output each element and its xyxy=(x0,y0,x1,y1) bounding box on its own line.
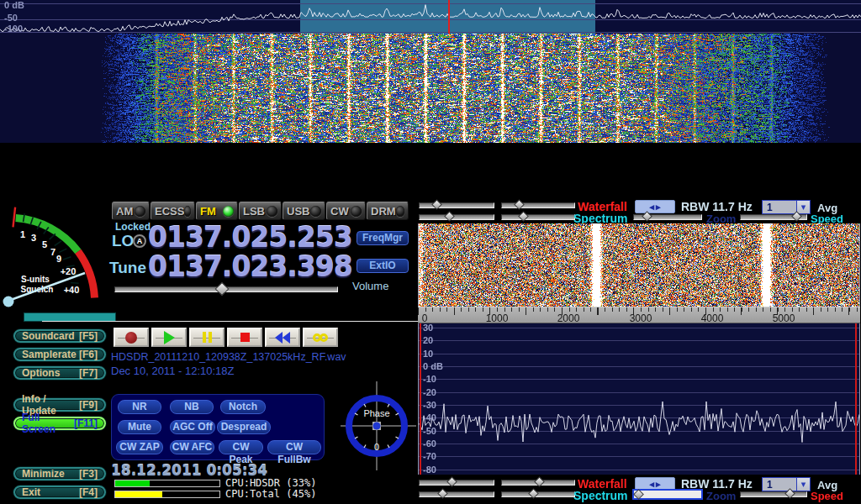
cpu-hdsdr-fill xyxy=(115,480,150,486)
stop-icon xyxy=(240,333,250,342)
fullscreen-button[interactable]: Full Screen[F11] xyxy=(13,417,106,430)
cw-fullbw-button[interactable]: CW FullBw xyxy=(267,440,321,454)
speed-slider-bottom[interactable] xyxy=(740,491,807,497)
cpu-total-bar xyxy=(114,491,220,498)
smeter-tick-1: 1 xyxy=(20,229,25,239)
volume-slider-thumb[interactable] xyxy=(215,282,230,297)
af-label: 3000 xyxy=(630,312,652,324)
waterfall-contrast-slider[interactable] xyxy=(419,202,494,208)
pause-icon xyxy=(203,332,212,343)
pan-scrollbar-top[interactable]: ◂▸ xyxy=(635,200,675,213)
cw-peak-button[interactable]: CW Peak xyxy=(219,440,263,454)
tune-cursor[interactable] xyxy=(448,0,450,34)
db-label: 0 dB xyxy=(4,0,24,10)
db-label: -60 xyxy=(423,438,436,449)
right-waterfall-frame xyxy=(418,223,860,307)
avg-select-top[interactable]: 1▾ xyxy=(762,200,811,214)
rewind-button[interactable] xyxy=(265,328,300,347)
despread-button[interactable]: Despread xyxy=(217,420,271,434)
right-frequency-scale[interactable]: 0 1000 2000 3000 4000 5000 xyxy=(418,307,860,323)
chevron-down-icon[interactable]: ▾ xyxy=(796,478,810,491)
main-spectrum[interactable]: 0 dB -50 -100 xyxy=(0,0,861,34)
mode-button-ecss[interactable]: ECSS xyxy=(151,202,195,220)
spectrum-label-bottom: Spectrum xyxy=(573,489,628,502)
af-label: 4000 xyxy=(701,312,724,324)
drm-led xyxy=(396,206,404,217)
pause-button[interactable] xyxy=(189,328,224,347)
mode-button-drm[interactable]: DRM xyxy=(367,202,409,220)
db-label: -80 xyxy=(423,465,436,475)
phase-center-dot xyxy=(373,423,381,430)
freqmgr-button[interactable]: FreqMgr xyxy=(357,231,409,245)
right-spectrum-trace xyxy=(419,323,859,475)
mode-button-cw[interactable]: CW xyxy=(326,202,366,220)
pan-right-icon[interactable]: ▸ xyxy=(656,480,661,489)
clock-display: 18.12.2011 0:05:34 xyxy=(111,462,267,479)
play-button[interactable] xyxy=(151,328,187,347)
phase-dial[interactable]: Phase 0 xyxy=(339,380,418,472)
spectrum-range-slider[interactable] xyxy=(501,214,575,220)
exit-button[interactable]: Exit[F4] xyxy=(13,486,106,499)
right-spectrum[interactable]: 30 20 10 0 dB -10 -20 -30 -40 -50 -60 -7… xyxy=(418,323,860,475)
pan-right-icon[interactable]: ▸ xyxy=(656,202,661,212)
pan-left-icon[interactable]: ◂ xyxy=(649,202,654,212)
locked-label: Locked xyxy=(115,221,151,233)
spectrum-gain-slider[interactable] xyxy=(419,214,494,220)
nb-button[interactable]: NB xyxy=(170,400,214,414)
lo-sync-badge[interactable]: A xyxy=(133,234,146,248)
cw-afc-button[interactable]: CW AFC xyxy=(170,440,214,454)
soundcard-button[interactable]: Soundcard[F5] xyxy=(13,329,106,343)
mode-button-usb[interactable]: USB xyxy=(283,202,325,220)
usb-led xyxy=(310,206,321,217)
right-waterfall[interactable] xyxy=(419,223,859,307)
record-button[interactable] xyxy=(114,328,149,347)
mute-button[interactable]: Mute xyxy=(118,420,161,434)
mode-button-fm[interactable]: FM xyxy=(196,202,238,220)
smeter-tick-7: 7 xyxy=(50,247,55,257)
af-label: 0 xyxy=(422,312,428,324)
smeter-tick-3: 3 xyxy=(31,233,36,243)
mode-button-am[interactable]: AM xyxy=(112,202,150,220)
cw-zap-button[interactable]: CW ZAP xyxy=(116,440,163,454)
s-meter[interactable]: 1 3 5 7 9 +20 +40 S-units Squelch xyxy=(2,200,108,318)
speed-label-bottom: Speed xyxy=(811,490,843,502)
mode-button-lsb[interactable]: LSB xyxy=(239,202,282,220)
af-label: 2000 xyxy=(557,312,580,324)
recording-filename: HDSDR_20111210_120938Z_137025kHz_RF.wav xyxy=(111,351,346,363)
tune-frequency-display[interactable]: 0137.023.398 xyxy=(148,253,352,281)
options-button[interactable]: Options[F7] xyxy=(13,366,106,380)
af-label: 5000 xyxy=(773,312,795,324)
info-update-button[interactable]: Info / Update[F9] xyxy=(13,398,106,412)
agc-off-button[interactable]: AGC Off xyxy=(170,420,215,434)
loop-button[interactable] xyxy=(303,328,338,347)
band-edge-cursor-left xyxy=(420,323,421,475)
lo-frequency-display[interactable]: 0137.025.253 xyxy=(148,223,352,251)
db-label: 10 xyxy=(423,349,433,359)
rbw-label-top: RBW 11.7 Hz xyxy=(681,200,753,213)
band-edge-cursor-right xyxy=(855,323,857,475)
db-label: -10 xyxy=(423,374,436,384)
notch-button[interactable]: Notch xyxy=(220,400,266,414)
rewind-icon xyxy=(275,332,290,344)
waterfall-brightness-slider[interactable] xyxy=(501,202,575,208)
cpu-hdsdr-bar xyxy=(114,480,220,487)
extio-button[interactable]: ExtIO xyxy=(357,259,409,273)
samplerate-button[interactable]: Samplerate[F6] xyxy=(13,348,106,361)
s-meter-pivot xyxy=(3,297,14,307)
fm-led xyxy=(223,206,234,217)
zoom-label-bottom: Zoom xyxy=(706,490,736,502)
stop-button[interactable] xyxy=(227,328,262,347)
smeter-caption-1: S-units xyxy=(21,275,50,284)
db-label: -40 xyxy=(423,412,436,423)
nr-button[interactable]: NR xyxy=(118,400,161,414)
chevron-down-icon[interactable]: ▾ xyxy=(796,201,810,213)
recording-datetime: Dec 10, 2011 - 12:10:18Z xyxy=(111,365,234,377)
peak-marker xyxy=(13,207,16,228)
spectrum-gain-slider-bottom[interactable] xyxy=(419,491,494,497)
avg-select-bottom[interactable]: 1▾ xyxy=(762,477,811,491)
cpu-total-fill xyxy=(115,491,162,497)
lsb-led xyxy=(267,206,277,217)
smeter-tick-p20: +20 xyxy=(61,266,77,276)
pan-left-icon[interactable]: ◂ xyxy=(649,480,654,489)
minimize-button[interactable]: Minimize[F3] xyxy=(13,467,106,480)
